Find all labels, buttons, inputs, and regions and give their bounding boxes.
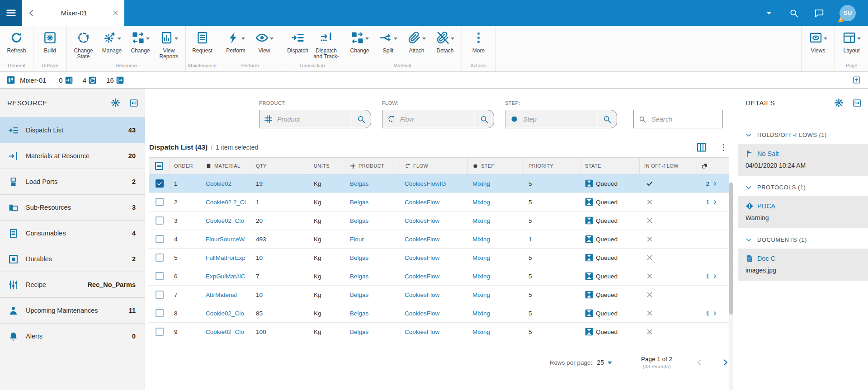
- flow-link[interactable]: CookiesFlow: [400, 193, 468, 211]
- change-state-button[interactable]: Change State: [69, 30, 98, 62]
- global-search-icon[interactable]: [789, 8, 799, 18]
- sidebar-item-upcoming-maintenances[interactable]: Upcoming Maintenances11: [0, 298, 145, 324]
- layout-button[interactable]: Layout: [837, 30, 866, 62]
- step-link[interactable]: Mixing: [468, 249, 524, 267]
- row-checkbox[interactable]: [156, 272, 164, 280]
- dispatch-and-track-button[interactable]: Dispatch and Track-: [312, 30, 340, 62]
- flow-link[interactable]: CookiesFlow: [400, 323, 468, 341]
- sidebar-item-load-ports[interactable]: Load Ports2: [0, 169, 145, 195]
- sidebar-settings-gear-icon[interactable]: [111, 98, 120, 108]
- column-header-product[interactable]: PRODUCT: [345, 158, 400, 174]
- rows-per-page-caret-icon[interactable]: [608, 362, 612, 367]
- product-link[interactable]: Belgas: [345, 286, 400, 304]
- details-card-pdca[interactable]: PDCAWarning: [738, 196, 868, 228]
- details-card-no-salt[interactable]: No Salt04/01/2020 10:24 AM: [738, 144, 868, 176]
- table-row[interactable]: 8Cookie02_Clo85KgBelgasCookiesFlowMixing…: [149, 304, 729, 323]
- subitems-link[interactable]: 1: [697, 304, 729, 322]
- table-scrollbar[interactable]: [729, 182, 733, 390]
- column-header-qty[interactable]: QTY: [251, 158, 309, 174]
- column-header-copies-icon[interactable]: [697, 158, 729, 174]
- wip-counter[interactable]: 0: [59, 76, 72, 84]
- table-menu-kebab-icon[interactable]: [719, 143, 728, 152]
- column-header-in-off-flow[interactable]: IN OFF-FLOW: [640, 158, 697, 174]
- expand-page-icon[interactable]: [853, 76, 861, 84]
- more-button[interactable]: More: [464, 30, 493, 62]
- product-filter-input[interactable]: [276, 115, 351, 123]
- table-row[interactable]: 3Cookie02_Clo20KgBelgasCookiesFlowMixing…: [149, 211, 729, 230]
- details-collapse-icon[interactable]: [853, 99, 862, 108]
- table-row[interactable]: 9Cookie02_Clo100KgBelgasCookiesFlowMixin…: [149, 323, 729, 341]
- tab-mixer-01[interactable]: Mixer-01: [22, 0, 124, 26]
- refresh-button[interactable]: Refresh: [2, 30, 31, 62]
- flow-link[interactable]: CookiesFlow: [400, 267, 468, 285]
- section-header-protocols-1[interactable]: PROTOCOLS (1): [745, 184, 861, 191]
- material-link[interactable]: Cookie02: [201, 174, 251, 193]
- wip-counter[interactable]: 16: [106, 76, 124, 84]
- step-link[interactable]: Mixing: [468, 304, 524, 322]
- table-row[interactable]: 6ExpGuiMat#IC7KgBelgasCookiesFlowMixing5…: [149, 267, 729, 286]
- close-icon[interactable]: [112, 9, 119, 16]
- row-checkbox[interactable]: [156, 235, 164, 243]
- column-header-flow[interactable]: FLOW: [400, 158, 468, 174]
- material-link[interactable]: Cookie02_Clo: [201, 304, 251, 322]
- row-checkbox[interactable]: [156, 216, 164, 225]
- main-menu-button[interactable]: [0, 0, 22, 26]
- sidebar-item-consumables[interactable]: Consumables4: [0, 221, 145, 246]
- sidebar-collapse-icon[interactable]: [129, 99, 138, 108]
- tab-list-caret-icon[interactable]: [765, 9, 773, 17]
- row-checkbox[interactable]: [156, 328, 164, 336]
- row-checkbox[interactable]: [156, 179, 164, 188]
- flow-link[interactable]: CookiesFlow: [400, 211, 468, 230]
- flow-link[interactable]: CookiesFlow: [400, 230, 468, 248]
- perform-button[interactable]: Perform: [222, 30, 250, 62]
- product-link[interactable]: Flour: [345, 230, 400, 248]
- view-button[interactable]: View: [250, 30, 278, 62]
- sidebar-item-dispatch-list[interactable]: Dispatch List43: [0, 117, 145, 143]
- step-link[interactable]: Mixing: [468, 267, 524, 285]
- table-row[interactable]: 2Cookie02.2_Cl1KgBelgasCookiesFlowMixing…: [149, 193, 729, 211]
- step-link[interactable]: Mixing: [468, 211, 524, 230]
- product-link[interactable]: Belgas: [345, 323, 400, 341]
- flow-filter-input[interactable]: [399, 115, 474, 123]
- manage-columns-icon[interactable]: [696, 142, 707, 153]
- product-link[interactable]: Belgas: [345, 304, 400, 322]
- table-search-box[interactable]: [633, 110, 723, 128]
- flow-link[interactable]: CookiesFlow: [400, 286, 468, 304]
- view-reports-button[interactable]: View Reports: [155, 30, 183, 62]
- step-link[interactable]: Mixing: [468, 323, 524, 341]
- step-link[interactable]: Mixing: [468, 174, 524, 193]
- material-link[interactable]: AttrMaterial: [201, 286, 251, 304]
- column-header-material[interactable]: MATERIAL: [201, 158, 251, 174]
- change-button[interactable]: Change: [345, 30, 374, 62]
- step-link[interactable]: Mixing: [468, 193, 524, 211]
- user-avatar[interactable]: SU: [840, 5, 856, 21]
- step-link[interactable]: Mixing: [468, 230, 524, 248]
- request-button[interactable]: Request: [188, 30, 217, 62]
- subitems-link[interactable]: 2: [697, 174, 729, 193]
- details-settings-gear-icon[interactable]: [834, 98, 844, 108]
- material-link[interactable]: Cookie02_Clo: [201, 211, 251, 230]
- feedback-icon[interactable]: [814, 8, 824, 18]
- row-checkbox[interactable]: [156, 291, 164, 299]
- section-header-holds-off-flows-1[interactable]: HOLDS/OFF-FLOWS (1): [745, 132, 861, 138]
- sidebar-item-alerts[interactable]: Alerts0: [0, 324, 145, 349]
- table-row[interactable]: 7AttrMaterial10KgBelgasCookiesFlowMixing…: [149, 286, 729, 304]
- product-link[interactable]: Belgas: [345, 193, 400, 211]
- scrollbar-thumb[interactable]: [729, 183, 733, 315]
- dispatch-button[interactable]: Dispatch: [283, 30, 312, 62]
- details-card-doc-c[interactable]: Doc Cimages.jpg: [738, 249, 868, 281]
- previous-page-icon[interactable]: [696, 359, 703, 366]
- sidebar-item-sub-resources[interactable]: Sub-Resources3: [0, 195, 145, 221]
- split-button[interactable]: Split: [374, 30, 402, 62]
- step-filter-input[interactable]: [522, 115, 597, 123]
- sidebar-item-durables[interactable]: Durables2: [0, 246, 145, 272]
- material-link[interactable]: ExpGuiMat#IC: [201, 267, 251, 285]
- product-link[interactable]: Belgas: [345, 267, 400, 285]
- column-header-order[interactable]: ORDER: [170, 158, 201, 174]
- subitems-link[interactable]: 1: [697, 267, 729, 285]
- flow-link[interactable]: CookiesFlow: [400, 249, 468, 267]
- material-link[interactable]: FlourSourceW: [201, 230, 251, 248]
- product-link[interactable]: Belgas: [345, 211, 400, 230]
- product-lookup-button[interactable]: [351, 110, 371, 128]
- row-checkbox[interactable]: [156, 309, 164, 317]
